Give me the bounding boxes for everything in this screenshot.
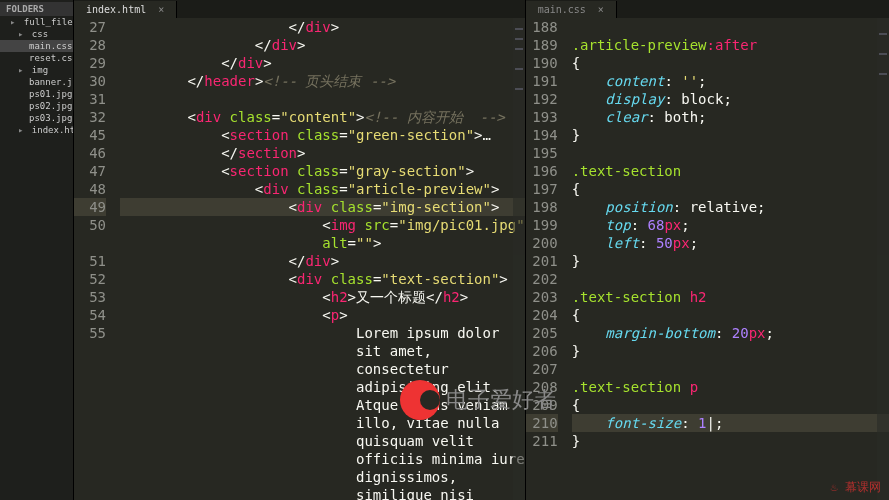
code-line[interactable]: </div> <box>120 252 525 270</box>
code-line[interactable]: clear: both; <box>572 108 889 126</box>
line-number <box>74 414 106 432</box>
code-line[interactable] <box>572 270 889 288</box>
line-number: 52 <box>74 270 106 288</box>
line-number: 27 <box>74 18 106 36</box>
editor-panes: index.html × 272829303132454647484950515… <box>74 0 889 500</box>
line-number <box>74 234 106 252</box>
file-item[interactable]: reset.css <box>0 52 73 64</box>
code-line[interactable]: quisquam velit <box>120 432 525 450</box>
code-line[interactable]: } <box>572 342 889 360</box>
code-line[interactable]: </div> <box>120 54 525 72</box>
line-number: 207 <box>526 360 558 378</box>
file-item[interactable]: main.css <box>0 40 73 52</box>
line-number: 46 <box>74 144 106 162</box>
code-line[interactable]: <h2>又一个标题</h2> <box>120 288 525 306</box>
minimap-right[interactable] <box>877 18 889 500</box>
code-line[interactable]: <div class="content"><!-- 内容开始 --> <box>120 108 525 126</box>
tab-bar-right: main.css × <box>526 0 889 18</box>
code-line[interactable]: <div class="article-preview"> <box>120 180 525 198</box>
code-line[interactable]: illo, vitae nulla <box>120 414 525 432</box>
code-line[interactable]: } <box>572 252 889 270</box>
minimap-left[interactable] <box>513 18 525 500</box>
line-number: 54 <box>74 306 106 324</box>
code-line[interactable]: margin-bottom: 20px; <box>572 324 889 342</box>
tab-index-html[interactable]: index.html × <box>74 1 177 18</box>
code-line[interactable]: officiis minima iure <box>120 450 525 468</box>
code-line[interactable]: <section class="gray-section"> <box>120 162 525 180</box>
line-number: 194 <box>526 126 558 144</box>
code-line[interactable]: } <box>572 432 889 450</box>
code-area-left[interactable]: 2728293031324546474849505152535455 </div… <box>74 18 525 500</box>
code-line[interactable]: Atque natus veniam <box>120 396 525 414</box>
file-item[interactable]: ps02.jpg <box>0 100 73 112</box>
code-line[interactable]: .text-section p <box>572 378 889 396</box>
line-number: 45 <box>74 126 106 144</box>
line-number: 202 <box>526 270 558 288</box>
file-item[interactable]: ▸ img <box>0 64 73 76</box>
line-number: 199 <box>526 216 558 234</box>
code-line[interactable]: </div> <box>120 18 525 36</box>
code-line[interactable]: display: block; <box>572 90 889 108</box>
line-number: 192 <box>526 90 558 108</box>
code-line[interactable]: </header><!-- 页头结束 --> <box>120 72 525 90</box>
pane-right: main.css × 18818919019119219319419519619… <box>526 0 889 500</box>
code-line[interactable]: <div class="text-section"> <box>120 270 525 288</box>
tab-bar-left: index.html × <box>74 0 525 18</box>
code-line[interactable] <box>120 90 525 108</box>
gutter-right: 1881891901911921931941951961971981992002… <box>526 18 568 500</box>
code-line[interactable]: } <box>572 126 889 144</box>
code-line[interactable]: alt=""> <box>120 234 525 252</box>
close-icon[interactable]: × <box>598 4 604 15</box>
line-number: 55 <box>74 324 106 342</box>
code-line[interactable]: consectetur <box>120 360 525 378</box>
code-line[interactable]: dignissimos, <box>120 468 525 486</box>
code-line[interactable]: <img src="img/pic01.jpg" <box>120 216 525 234</box>
line-number: 204 <box>526 306 558 324</box>
code-line[interactable]: { <box>572 180 889 198</box>
code-right[interactable]: .article-preview:after{ content: ''; dis… <box>568 18 889 500</box>
code-line[interactable]: top: 68px; <box>572 216 889 234</box>
code-left[interactable]: </div> </div> </div> </header><!-- 页头结束 … <box>116 18 525 500</box>
line-number: 29 <box>74 54 106 72</box>
code-line[interactable]: left: 50px; <box>572 234 889 252</box>
code-area-right[interactable]: 1881891901911921931941951961971981992002… <box>526 18 889 500</box>
code-line[interactable]: .article-preview:after <box>572 36 889 54</box>
file-item[interactable]: ▸ css <box>0 28 73 40</box>
code-line[interactable]: .text-section <box>572 162 889 180</box>
code-line[interactable]: <section class="green-section">… <box>120 126 525 144</box>
code-line[interactable]: adipisicing elit. <box>120 378 525 396</box>
line-number <box>74 432 106 450</box>
file-item[interactable]: ps03.jpg <box>0 112 73 124</box>
line-number: 28 <box>74 36 106 54</box>
line-number: 32 <box>74 108 106 126</box>
file-item[interactable]: ▸ index.html <box>0 124 73 136</box>
code-line[interactable]: sit amet, <box>120 342 525 360</box>
line-number: 190 <box>526 54 558 72</box>
code-line[interactable]: Lorem ipsum dolor <box>120 324 525 342</box>
close-icon[interactable]: × <box>158 4 164 15</box>
file-item[interactable]: ▸ full_files <box>0 16 73 28</box>
code-line[interactable]: similique nisi <box>120 486 525 500</box>
line-number <box>74 468 106 486</box>
code-line[interactable]: .text-section h2 <box>572 288 889 306</box>
line-number: 201 <box>526 252 558 270</box>
code-line[interactable]: position: relative; <box>572 198 889 216</box>
file-item[interactable]: banner.jpg <box>0 76 73 88</box>
code-line[interactable]: content: ''; <box>572 72 889 90</box>
line-number <box>74 342 106 360</box>
code-line[interactable]: { <box>572 54 889 72</box>
code-line[interactable] <box>572 144 889 162</box>
code-line[interactable] <box>572 18 889 36</box>
file-item[interactable]: ps01.jpg <box>0 88 73 100</box>
tab-main-css[interactable]: main.css × <box>526 1 617 18</box>
code-line[interactable]: { <box>572 396 889 414</box>
code-line[interactable]: font-size: 1|; <box>572 414 889 432</box>
code-line[interactable]: </div> <box>120 36 525 54</box>
code-line[interactable]: <div class="img-section"> <box>120 198 525 216</box>
line-number: 31 <box>74 90 106 108</box>
code-line[interactable]: <p> <box>120 306 525 324</box>
code-line[interactable]: { <box>572 306 889 324</box>
code-line[interactable]: </section> <box>120 144 525 162</box>
line-number <box>74 450 106 468</box>
code-line[interactable] <box>572 360 889 378</box>
